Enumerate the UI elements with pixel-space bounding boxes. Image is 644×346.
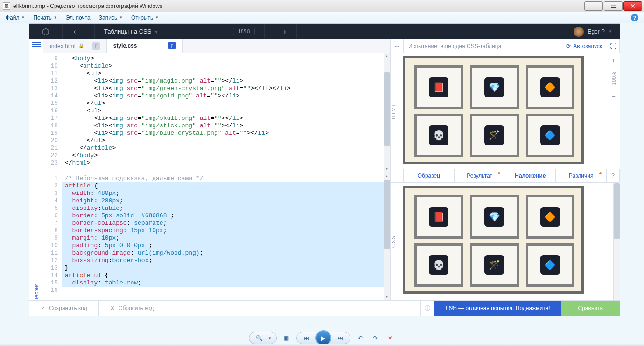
footer-actions: ✓Сохранить код ✕Сбросить код ⓘ 86% — отл… xyxy=(29,300,620,316)
last-button[interactable]: ⏭ xyxy=(335,333,345,343)
avatar xyxy=(574,27,584,37)
layout-right-icon[interactable]: ▯ xyxy=(168,42,176,49)
collapse-up-icon[interactable]: ↑ xyxy=(391,169,404,182)
game-cell: 🔷 xyxy=(526,243,574,287)
taskbar xyxy=(0,344,644,346)
tab-result[interactable]: Результат xyxy=(455,169,505,182)
game-item-icon: 🔶 xyxy=(540,77,560,97)
tab-overlay[interactable]: Наложение xyxy=(505,169,556,182)
zoom-out-button[interactable]: − xyxy=(611,89,615,104)
game-item-icon: 🔷 xyxy=(540,255,560,275)
theory-label[interactable]: Теория xyxy=(34,67,39,300)
code-area: index.html🔒 ▯ style.css ▯ 91011121314151… xyxy=(43,39,391,300)
game-table-overlay: 📕💎🔶💀🪄🔷 xyxy=(403,186,584,294)
close-button[interactable]: ✕ xyxy=(623,1,642,11)
app-header: ⬡ ⟵ Таблицы на CSS▼ 18/18 ⟶ Egor P ▼ xyxy=(29,24,620,39)
game-item-icon: 💀 xyxy=(429,125,448,145)
compare-button[interactable]: Сравнить xyxy=(561,301,620,316)
game-item-icon: 📕 xyxy=(429,77,448,97)
minimize-button[interactable]: — xyxy=(584,1,603,11)
game-item-icon: 💎 xyxy=(484,77,504,97)
game-cell: 🪄 xyxy=(470,243,518,287)
info-icon[interactable]: ⓘ xyxy=(420,301,434,316)
editor-tabs: index.html🔒 ▯ style.css ▯ xyxy=(43,39,390,53)
help-icon[interactable]: ? xyxy=(631,14,638,21)
game-item-icon: 🔶 xyxy=(540,207,560,227)
first-button[interactable]: ⏮ xyxy=(301,333,312,343)
fit-icon[interactable]: ▣ xyxy=(281,333,292,343)
autorun-toggle[interactable]: ⟳Автозапуск xyxy=(561,39,607,53)
zoom-magnifier-icon[interactable]: 🔍 xyxy=(254,333,264,343)
compare-tabs: ↑ Образец Результат Наложение Различия ? xyxy=(391,169,620,183)
game-item-icon: 💎 xyxy=(484,207,504,227)
tab-style-css[interactable]: style.css ▯ xyxy=(107,39,183,53)
zoom-in-button[interactable]: + xyxy=(611,53,615,68)
menu-print[interactable]: Печать▼ xyxy=(33,14,57,21)
close-icon: ✕ xyxy=(110,305,115,311)
scrollbar[interactable]: ▴ ▾ xyxy=(384,53,390,173)
photo-viewer-menu: Файл▼ Печать▼ Эл. почта Запись▼ Открыть▼… xyxy=(0,12,644,23)
photo-player-controls: 🔍▼ ▣ ⏮ ▶ ⏭ ↶ ↷ ✕ xyxy=(249,332,395,344)
rotate-cw-icon[interactable]: ↷ xyxy=(370,333,380,343)
theory-sidebar: Теория xyxy=(29,39,43,300)
scrollbar[interactable] xyxy=(613,183,620,300)
game-cell: 🔶 xyxy=(526,65,574,109)
logo-icon[interactable]: ⬡ xyxy=(29,27,62,37)
check-icon: ✓ xyxy=(41,305,45,311)
code-app: ⬡ ⟵ Таблицы на CSS▼ 18/18 ⟶ Egor P ▼ Тео… xyxy=(29,23,620,316)
preview-top: 📕💎🔶💀🪄🔷 xyxy=(400,53,607,169)
page-counter: 18/18 xyxy=(233,28,255,35)
game-cell: 🔶 xyxy=(526,195,574,239)
help-tab-icon[interactable]: ? xyxy=(607,169,620,182)
reset-code-button[interactable]: ✕Сбросить код xyxy=(99,301,165,316)
game-cell: 💎 xyxy=(470,65,518,109)
scrollbar[interactable]: ▴ ▾ xyxy=(384,173,390,300)
rotate-ccw-icon[interactable]: ↶ xyxy=(355,333,365,343)
game-table-output: 📕💎🔶💀🪄🔷 xyxy=(403,56,584,164)
prev-lesson-button[interactable]: ⟵ xyxy=(62,24,95,39)
game-cell: 📕 xyxy=(414,65,463,109)
menu-email[interactable]: Эл. почта xyxy=(66,14,91,21)
tab-index-html[interactable]: index.html🔒 ▯ xyxy=(43,39,107,53)
scroll-down-icon[interactable]: ▾ xyxy=(384,166,390,173)
game-item-icon: 🪄 xyxy=(484,125,504,145)
game-cell: 💀 xyxy=(414,243,463,287)
game-cell: 💎 xyxy=(470,195,518,239)
delete-button[interactable]: ✕ xyxy=(385,333,395,343)
play-slideshow-button[interactable]: ▶ xyxy=(315,330,331,346)
game-cell: 🔷 xyxy=(526,114,574,158)
menu-open[interactable]: Открыть▼ xyxy=(131,14,159,21)
hamburger-icon[interactable] xyxy=(32,42,41,49)
game-item-icon: 📕 xyxy=(429,207,448,227)
next-lesson-button[interactable]: ⟶ xyxy=(264,24,297,39)
save-code-button[interactable]: ✓Сохранить код xyxy=(29,301,99,316)
html-editor[interactable]: 91011121314151617181920212223 <body> <ar… xyxy=(43,53,390,173)
scroll-down-icon[interactable]: ▾ xyxy=(384,294,390,300)
lesson-title[interactable]: Таблицы на CSS▼ xyxy=(95,28,168,35)
menu-file[interactable]: Файл▼ xyxy=(6,14,25,21)
challenge-title: Испытание: ещё одна CSS-таблица xyxy=(404,43,561,49)
maximize-button[interactable]: ▭ xyxy=(604,1,623,11)
lock-icon: 🔒 xyxy=(78,43,84,48)
css-editor[interactable]: 12345678910111213141516 /* Небольшая под… xyxy=(43,173,390,300)
tab-diff[interactable]: Различия xyxy=(556,169,607,182)
preview-bottom: 📕💎🔶💀🪄🔷 xyxy=(400,183,613,300)
game-item-icon: 💀 xyxy=(429,255,448,275)
user-menu[interactable]: Egor P ▼ xyxy=(566,24,620,39)
expand-horizontal-icon[interactable]: ↔ xyxy=(391,39,404,53)
html-pane-label: HTML xyxy=(391,53,400,169)
tab-sample[interactable]: Образец xyxy=(404,169,455,182)
layout-left-icon[interactable]: ▯ xyxy=(92,42,100,50)
scroll-up-icon[interactable]: ▴ xyxy=(384,173,390,180)
menu-burn[interactable]: Запись▼ xyxy=(99,14,123,21)
score-banner: 86% — отличная попытка. Поднажмите! xyxy=(434,301,561,316)
fullscreen-icon[interactable]: ⛶ xyxy=(607,39,620,53)
scroll-up-icon[interactable]: ▴ xyxy=(384,53,390,60)
zoom-percent: 100% xyxy=(611,68,616,89)
game-cell: 📕 xyxy=(414,195,463,239)
preview-area: ↔ Испытание: ещё одна CSS-таблица ⟳Автоз… xyxy=(391,39,620,300)
game-item-icon: 🔷 xyxy=(540,125,560,145)
game-cell: 💀 xyxy=(414,114,463,158)
game-item-icon: 🪄 xyxy=(484,255,504,275)
game-cell: 🪄 xyxy=(470,114,518,158)
